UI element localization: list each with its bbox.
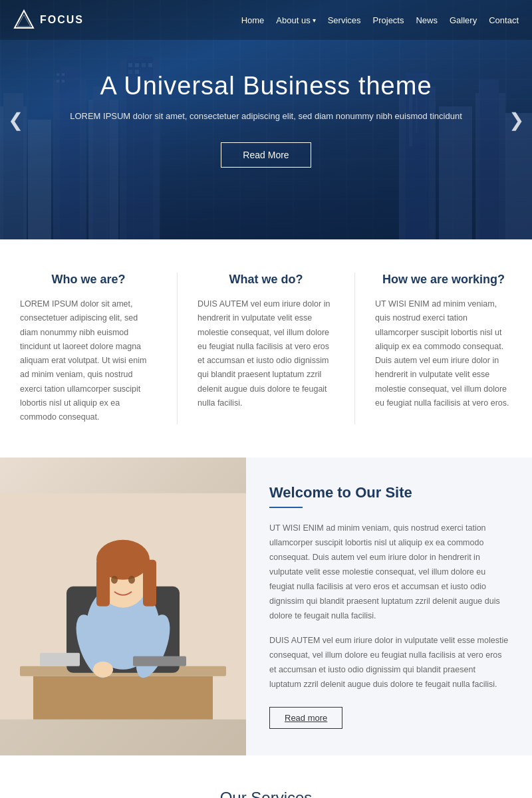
info-what-heading: What we do?	[198, 273, 334, 287]
hero-next-button[interactable]: ❯	[509, 109, 524, 131]
welcome-read-more-button[interactable]: Read more	[269, 707, 342, 729]
chevron-down-icon: ▾	[313, 17, 316, 24]
welcome-section: Welcome to Our Site UT WISI ENIM ad mini…	[0, 458, 532, 755]
welcome-para2: DUIS AUTEM vel eum iriure dolor in vulpu…	[269, 634, 509, 692]
welcome-underline	[269, 507, 303, 508]
welcome-person-svg	[0, 458, 246, 755]
logo-text: FOCUS	[40, 14, 84, 26]
svg-marker-0	[15, 11, 33, 28]
services-heading: Our Services	[20, 789, 512, 798]
info-how-heading: How we are working?	[375, 273, 512, 287]
svg-point-39	[128, 576, 135, 584]
svg-point-42	[93, 662, 113, 678]
info-who-text: LOREM IPSUM dolor sit amet, consectetuer…	[20, 297, 157, 424]
info-col-what: What we do? DUIS AUTEM vel eum iriure do…	[198, 273, 334, 424]
nav-home[interactable]: Home	[241, 15, 265, 25]
services-section: Our Services Business We are Business Co…	[0, 755, 532, 798]
svg-rect-31	[33, 676, 213, 720]
info-col-how: How we are working? UT WISI ENIM ad mini…	[375, 273, 512, 424]
welcome-content: Welcome to Our Site UT WISI ENIM ad mini…	[246, 458, 532, 755]
info-what-text: DUIS AUTEM vel eum iriure dolor in hendr…	[198, 297, 334, 410]
hero-title: A Universal Business theme	[70, 72, 462, 100]
nav-contact[interactable]: Contact	[489, 15, 519, 25]
info-how-text: UT WISI ENIM ad minim veniam, quis nostr…	[375, 297, 512, 410]
info-col-who: Who we are? LOREM IPSUM dolor sit amet, …	[20, 273, 157, 424]
nav-links: Home About us ▾ Services Projects News G…	[241, 15, 519, 25]
welcome-image	[0, 458, 246, 755]
nav-projects[interactable]: Projects	[373, 15, 404, 25]
nav-about[interactable]: About us ▾	[276, 15, 315, 25]
services-header: Our Services	[20, 789, 512, 798]
welcome-heading: Welcome to Our Site	[269, 484, 509, 501]
svg-rect-36	[96, 560, 110, 606]
svg-rect-44	[40, 653, 80, 666]
nav-news[interactable]: News	[416, 15, 438, 25]
hero-prev-button[interactable]: ❮	[8, 109, 23, 131]
svg-rect-37	[143, 560, 156, 606]
nav-gallery[interactable]: Gallery	[450, 15, 477, 25]
svg-rect-43	[133, 656, 186, 666]
info-divider-1	[177, 273, 178, 424]
welcome-para1: UT WISI ENIM ad minim veniam, quis nostr…	[269, 521, 509, 623]
logo-icon	[13, 9, 35, 31]
hero-subtitle: LOREM IPSUM dolor sit amet, consectetuer…	[70, 110, 462, 124]
info-divider-2	[354, 273, 355, 424]
info-section: Who we are? LOREM IPSUM dolor sit amet, …	[0, 239, 532, 458]
svg-point-38	[111, 576, 118, 584]
info-who-heading: Who we are?	[20, 273, 157, 287]
logo[interactable]: FOCUS	[13, 9, 84, 31]
hero-read-more-button[interactable]: Read More	[221, 142, 311, 168]
hero-content: A Universal Business theme LOREM IPSUM d…	[30, 72, 502, 168]
navbar: FOCUS Home About us ▾ Services Projects …	[0, 0, 532, 40]
nav-services[interactable]: Services	[328, 15, 361, 25]
